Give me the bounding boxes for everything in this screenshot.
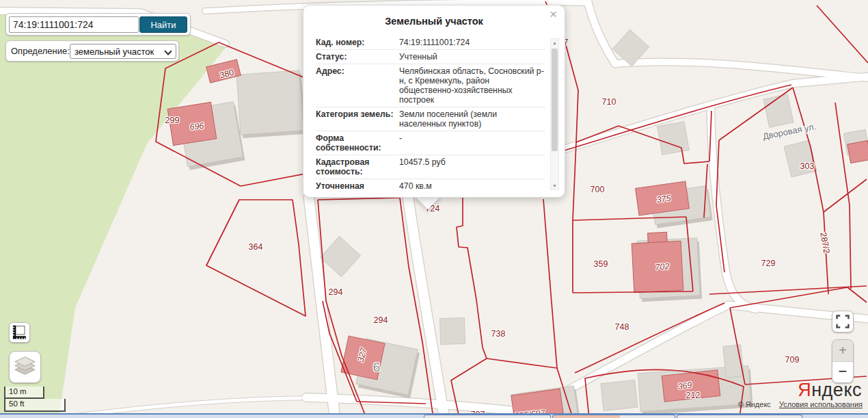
field-label: Категория земель: — [316, 109, 399, 129]
search-panel: Найти — [5, 13, 191, 36]
definition-selected-value: земельный участок — [74, 47, 154, 57]
popup-field-row: Категория земель:Земли поселений (земли … — [316, 107, 545, 131]
field-value: Челябинская область, Сосновский р-н, с К… — [399, 66, 545, 105]
field-label: Адрес: — [316, 66, 399, 105]
field-label: Уточненная площадь: — [316, 181, 399, 194]
copyright-text: © Яндекс — [738, 400, 771, 408]
fullscreen-icon — [832, 311, 853, 332]
popup-fields: Кад. номер:74:19:1111001:724Статус:Учтен… — [316, 36, 545, 194]
definition-label: Определение: — [11, 41, 70, 61]
chevron-down-icon — [164, 47, 172, 55]
scrollbar-thumb[interactable] — [552, 49, 558, 151]
layers-icon — [10, 352, 40, 382]
layers-button[interactable] — [9, 351, 41, 383]
parcel-info-popup: × Земельный участок Кад. номер:74:19:111… — [303, 5, 565, 198]
terms-of-use-link[interactable]: Условия использования — [779, 400, 863, 408]
field-value: Учтенный — [399, 52, 545, 62]
scale-imperial: 50 ft — [4, 399, 66, 412]
scale-control: 10 m 50 ft — [4, 387, 66, 412]
field-label: Кад. номер: — [316, 38, 399, 47]
scroll-down-icon[interactable]: ▼ — [551, 183, 558, 188]
window-edge-segment — [424, 415, 551, 418]
scale-metric: 10 m — [4, 387, 44, 399]
field-label: Статус: — [316, 52, 399, 62]
ruler-icon — [10, 323, 29, 342]
search-input[interactable] — [9, 16, 139, 33]
cadastral-map-app: 3802996963642942947247710700375359702729… — [0, 0, 868, 418]
field-value: 10457.5 руб — [399, 157, 545, 177]
find-button[interactable]: Найти — [139, 16, 187, 33]
field-value: - — [399, 133, 545, 153]
popup-field-row: Кадастровая стоимость:10457.5 руб — [316, 155, 545, 179]
zoom-control: + − — [832, 339, 854, 383]
definition-select[interactable]: земельный участок — [70, 44, 176, 59]
window-edge-segment — [552, 415, 675, 418]
field-value: 74:19:1111001:724 — [399, 38, 545, 47]
popup-scrollbar[interactable]: ▲ ▼ — [550, 38, 559, 190]
zoom-in-button[interactable]: + — [832, 340, 853, 362]
scroll-up-icon[interactable]: ▲ — [551, 40, 558, 45]
field-value: 470 кв.м — [399, 181, 545, 194]
field-label: Кадастровая стоимость: — [316, 157, 399, 177]
popup-field-row: Адрес:Челябинская область, Сосновский р-… — [316, 64, 545, 107]
yandex-logo: Яндекс — [798, 380, 862, 401]
field-value: Земли поселений (земли населенных пункто… — [399, 109, 545, 129]
popup-field-row: Форма собственности:- — [316, 131, 545, 155]
window-edge-segment — [677, 415, 802, 418]
popup-title: Земельный участок — [303, 16, 565, 27]
measure-button[interactable] — [9, 322, 30, 343]
popup-field-row: Статус:Учтенный — [316, 50, 545, 64]
fullscreen-button[interactable] — [832, 311, 854, 332]
field-label: Форма собственности: — [316, 133, 399, 153]
yandex-logo-rest: ндекс — [811, 380, 862, 400]
yandex-logo-first-letter: Я — [798, 380, 811, 400]
definition-panel: Определение: земельный участок — [5, 40, 179, 62]
map-attribution: © Яндекс Условия использования — [738, 400, 863, 408]
popup-field-row: Уточненная площадь:470 кв.м — [316, 179, 545, 194]
bottom-window-edge — [0, 413, 868, 418]
close-icon[interactable]: × — [550, 8, 557, 21]
popup-field-row: Кад. номер:74:19:1111001:724 — [316, 36, 545, 50]
